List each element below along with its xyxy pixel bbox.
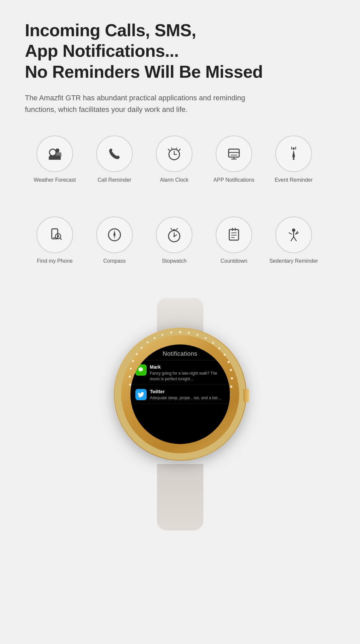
svg-point-11 [293,158,295,160]
notif-name-twitter: Twitter [150,389,222,394]
call-icon [106,145,123,162]
svg-point-77 [153,337,156,339]
icon-circle-stopwatch [156,217,192,253]
svg-point-42 [179,331,181,333]
icon-label-event-reminder: Event Reminder [275,177,313,184]
sedentary-icon [285,226,302,243]
svg-point-45 [204,337,207,339]
svg-point-0 [49,149,56,156]
svg-point-76 [146,341,149,344]
icon-item-compass: Compass [85,217,144,265]
svg-line-38 [289,233,292,234]
svg-point-48 [223,354,226,356]
svg-point-49 [227,361,230,363]
twitter-logo [138,391,144,398]
notif-content-wechat: Mark Fancy going for a late-night walk? … [150,364,225,382]
icon-label-alarm-clock: Alarm Clock [160,177,188,184]
headline: Incoming Calls, SMS, App Notifications..… [25,20,335,82]
svg-point-79 [170,331,172,334]
notif-name-wechat: Mark [150,364,225,370]
svg-point-47 [218,347,220,350]
svg-point-46 [212,342,214,344]
watch-section: // Generate dots around circle - done in… [25,298,335,530]
svg-line-15 [60,238,61,239]
svg-point-10 [293,147,295,149]
icon-label-weather-forecast: Weather Forecast [34,177,76,184]
icon-circle-event [275,136,312,172]
icon-label-call-reminder: Call Reminder [98,177,131,184]
notification-icon [225,145,243,162]
icon-label-app-notifications: APP Notifications [213,177,254,184]
icon-circle-call [96,136,133,172]
svg-point-75 [140,347,143,349]
notif-content-twitter: Twitter Adequate sleep, prope…ise, and a… [150,389,222,401]
icon-circle-weather [36,136,73,172]
icon-circle-alarm [156,136,192,172]
icon-label-countdown: Countdown [221,258,248,265]
watch-crown [243,389,249,402]
svg-line-26 [177,229,178,230]
notification-item-twitter: Twitter Adequate sleep, prope…ise, and a… [130,385,230,404]
notification-item-wechat: Mark Fancy going for a late-night walk? … [130,360,230,385]
weather-icon [46,145,63,162]
svg-point-74 [135,353,138,355]
icons-row2: Find my Phone Compass [25,217,335,278]
strap-bottom [157,464,203,530]
icons-row1: Weather Forecast Call Reminder [25,136,335,197]
description-text: The Amazfit GTR has abundant practical a… [25,92,257,115]
svg-line-36 [291,237,294,241]
icon-circle-notifications [216,136,252,172]
watch-body: // Generate dots around circle - done in… [114,328,247,461]
icon-item-call-reminder: Call Reminder [85,136,144,184]
compass-icon [106,226,123,243]
headline-line1: Incoming Calls, SMS, [25,21,196,40]
icon-item-countdown: Countdown [204,217,264,265]
svg-point-72 [129,368,132,370]
svg-line-25 [171,229,172,230]
icon-circle-compass [96,217,133,253]
icon-circle-countdown [216,217,252,253]
icon-item-weather-forecast: Weather Forecast [25,136,85,184]
svg-point-43 [187,332,190,334]
svg-point-50 [230,369,232,371]
icon-item-app-notifications: APP Notifications [204,136,264,184]
icon-item-event-reminder: Event Reminder [264,136,324,184]
icon-circle-findphone [36,217,73,253]
svg-line-37 [294,237,296,241]
svg-point-16 [57,235,59,237]
icon-item-find-my-phone: Find my Phone [25,217,85,265]
icon-label-sedentary-reminder: Sedentary Reminder [269,258,318,265]
svg-point-73 [132,360,134,362]
headline-line3: No Reminders Will Be Missed [25,62,263,81]
svg-point-51 [231,377,233,380]
countdown-icon [225,226,243,243]
icon-label-stopwatch: Stopwatch [162,258,187,265]
svg-point-27 [174,235,175,237]
twitter-icon [135,389,147,400]
svg-point-52 [230,386,232,388]
svg-point-71 [128,376,131,378]
icon-item-alarm-clock: Alarm Clock [144,136,204,184]
alarm-icon [166,145,183,162]
event-icon [285,145,302,162]
wechat-logo [137,366,145,374]
headline-line2: App Notifications... [25,41,179,60]
svg-point-78 [161,334,163,336]
icon-circle-sedentary [275,217,312,253]
watch-screen: Notifications Mark [130,344,230,444]
svg-point-20 [113,234,115,236]
svg-rect-22 [173,229,176,231]
notif-message-wechat: Fancy going for a late-night walk? The m… [150,371,225,382]
page-container: Incoming Calls, SMS, App Notifications..… [0,0,360,557]
svg-rect-5 [229,149,239,157]
stopwatch-icon [166,226,183,243]
notif-message-twitter: Adequate sleep, prope…ise, and a bal… [150,395,222,401]
icon-item-stopwatch: Stopwatch [144,217,204,265]
icon-item-sedentary-reminder: Sedentary Reminder [264,217,324,265]
icon-label-compass: Compass [103,258,126,265]
icon-label-find-my-phone: Find my Phone [37,258,73,265]
watch-wrapper: // Generate dots around circle - done in… [87,298,273,530]
svg-point-44 [196,334,198,336]
findphone-icon [46,226,63,243]
